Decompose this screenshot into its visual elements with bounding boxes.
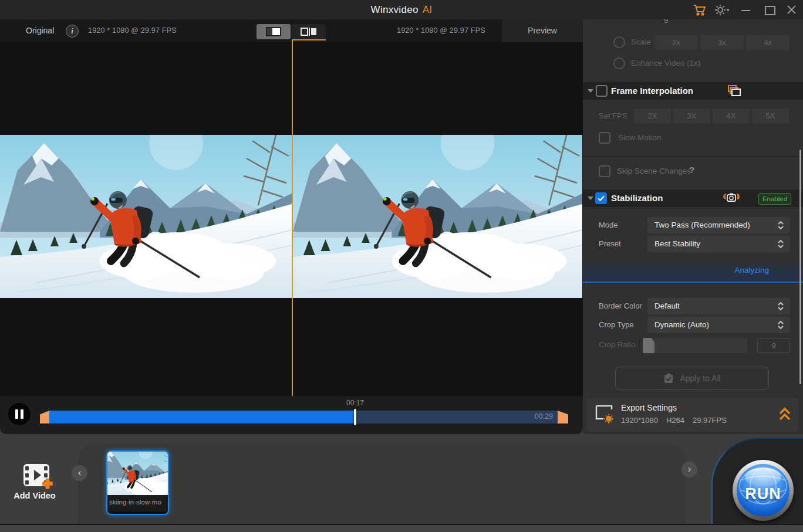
scale-3x-button[interactable]: 3x [700, 35, 744, 50]
stabilization-header: Stabilization Enabled [583, 189, 803, 207]
chevron-right-icon: › [688, 463, 691, 475]
side-by-side-icon [266, 27, 281, 36]
help-icon[interactable]: ? [689, 165, 694, 175]
titlebar: WinxvideoAI ▾ [0, 0, 803, 19]
progress-fill [49, 411, 355, 423]
export-settings-panel[interactable]: Export Settings 1920*1080H26429.97FPS [587, 398, 798, 432]
run-label: RUN [737, 485, 789, 503]
export-settings-detail: 1920*1080H26429.97FPS [621, 416, 735, 425]
crop-type-value: Dynamic (Auto) [654, 320, 709, 329]
titlebar-separator [734, 5, 734, 15]
playhead[interactable] [354, 409, 356, 425]
pause-icon [15, 409, 18, 419]
export-codec: H264 [666, 416, 684, 425]
carousel-left-button[interactable]: ‹ [72, 465, 87, 481]
slow-motion-checkbox[interactable] [599, 132, 610, 144]
stabilization-collapse-icon[interactable] [588, 196, 593, 200]
select-chevrons-icon [777, 320, 784, 330]
scale-label: Scale [631, 36, 651, 48]
fps-5x-button[interactable]: 5X [752, 109, 789, 124]
enabled-badge: Enabled [758, 193, 791, 205]
gear-caret-icon: ▾ [727, 7, 730, 13]
compare-divider[interactable] [292, 39, 293, 396]
run-button-gloss [745, 467, 781, 486]
frame-interpolation-collapse-icon[interactable] [588, 89, 593, 93]
view-mode-split-button[interactable] [292, 24, 326, 40]
tab-original[interactable]: Original [26, 19, 54, 42]
player-bar: 00:17 00:29 [0, 396, 583, 434]
carousel-right-button[interactable]: › [681, 462, 697, 477]
analyzing-status: Analyzing [734, 266, 769, 275]
resolution-label-left: 1920 * 1080 @ 29.97 FPS [88, 19, 177, 42]
frame-interpolation-checkbox[interactable] [596, 85, 608, 97]
run-button-face: RUN [737, 464, 789, 517]
slider-handle[interactable] [643, 338, 654, 353]
status-bar [0, 524, 803, 532]
add-video-label: Add Video [0, 491, 69, 500]
fps-3x-button[interactable]: 3X [673, 109, 710, 124]
collapse-chevron-icon[interactable] [778, 406, 791, 424]
enhance-video-label: Enhance Video (1x) [631, 57, 700, 69]
panel-scrollbar[interactable] [799, 150, 801, 384]
crop-ratio-label: Crop Ratio [599, 340, 635, 349]
select-chevrons-icon [777, 239, 784, 249]
stabilization-title: Stabilization [611, 189, 663, 207]
app-title-main: Winxvideo [371, 4, 419, 15]
video-pane-preview [293, 135, 582, 298]
crop-ratio-slider[interactable] [643, 338, 747, 353]
border-color-label: Border Color [599, 300, 642, 312]
close-button[interactable] [787, 5, 797, 17]
add-video-button[interactable]: Add Video [0, 434, 69, 524]
skip-scene-label: Skip Scene Changes [617, 165, 691, 177]
stabilization-camera-icon [723, 192, 740, 207]
clip-thumbnail-image [107, 452, 168, 495]
trim-handle-left[interactable] [40, 411, 49, 423]
resolution-label-right: 1920 * 1080 @ 29.97 FPS [397, 19, 485, 42]
trim-handle-right[interactable] [558, 411, 568, 423]
skip-scene-checkbox[interactable] [599, 165, 610, 177]
fps-2x-button[interactable]: 2X [634, 109, 671, 124]
apply-to-all-label: Apply to All [680, 374, 720, 383]
clip-strip [78, 443, 686, 524]
export-resolution: 1920*1080 [621, 416, 658, 425]
pause-button[interactable] [8, 403, 31, 425]
set-fps-label: Set FPS [599, 111, 627, 120]
enhance-video-radio[interactable] [613, 57, 625, 69]
crop-type-label: Crop Type [599, 319, 634, 331]
bottom-bar: Add Video ‹ skiing-in-slow-mo › RUN [0, 434, 803, 524]
crop-ratio-value[interactable]: 9 [757, 338, 790, 353]
mode-value: Two Pass (Recommended) [654, 221, 750, 229]
fps-4x-button[interactable]: 4X [713, 109, 750, 124]
run-button[interactable]: RUN [733, 460, 794, 521]
border-color-select[interactable]: Default [647, 298, 790, 314]
maximize-button[interactable] [765, 6, 775, 15]
select-chevrons-icon [777, 301, 784, 311]
frame-interpolation-title: Frame Interpolation [611, 82, 693, 100]
view-mode-side-button[interactable] [257, 24, 291, 39]
info-icon[interactable]: i [66, 25, 79, 38]
add-video-icon [21, 459, 54, 494]
settings-gear-icon[interactable]: ▾ [714, 4, 727, 19]
scale-radio[interactable] [613, 36, 625, 48]
mode-select[interactable]: Two Pass (Recommended) [647, 217, 790, 233]
apply-to-all-button[interactable]: Apply to All [615, 367, 769, 390]
preset-select[interactable]: Best Stability [647, 236, 790, 252]
mode-label: Mode [599, 219, 618, 231]
preset-value: Best Stability [654, 239, 700, 248]
scale-4x-button[interactable]: 4x [746, 35, 789, 50]
check-icon [598, 195, 605, 201]
tab-preview[interactable]: Preview [502, 19, 583, 42]
progress-track[interactable]: 00:29 [40, 411, 568, 423]
cart-icon[interactable] [693, 4, 706, 18]
analyzing-progress: Analyzing [583, 258, 803, 283]
app-window: WinxvideoAI ▾ Original i 1920 * 1080 @ 2… [0, 0, 803, 532]
clip-thumbnail[interactable]: skiing-in-slow-mo [106, 450, 169, 515]
stabilization-checkbox[interactable] [595, 192, 607, 204]
scale-2x-button[interactable]: 2x [654, 35, 698, 50]
frame-interpolation-header: Frame Interpolation [583, 82, 803, 100]
minimize-button[interactable] [741, 10, 750, 11]
crop-type-select[interactable]: Dynamic (Auto) [647, 317, 790, 333]
video-pane-original [0, 135, 292, 298]
frame-interpolation-icon [727, 84, 741, 100]
app-title: WinxvideoAI [0, 0, 803, 19]
